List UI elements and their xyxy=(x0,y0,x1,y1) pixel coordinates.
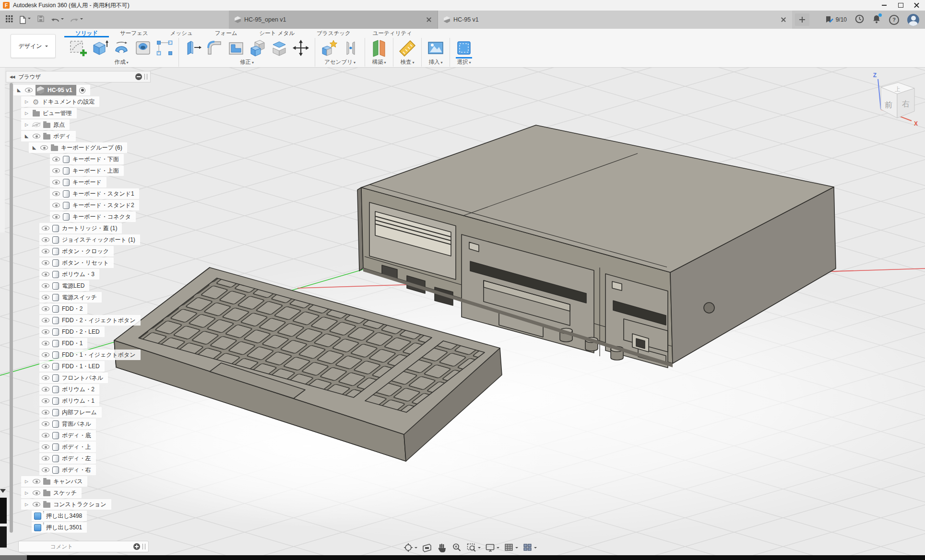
panel-drag-grip[interactable] xyxy=(144,74,147,80)
expand-arrow-icon[interactable] xyxy=(24,134,30,139)
combine-button[interactable] xyxy=(248,38,268,58)
expand-arrow-icon[interactable] xyxy=(24,122,30,127)
visibility-eye-icon[interactable] xyxy=(42,398,49,403)
ribbon-tab-mesh[interactable]: メッシュ xyxy=(159,29,204,37)
measure-button[interactable] xyxy=(397,38,417,58)
tree-row[interactable]: FDD・1 xyxy=(39,338,87,349)
notifications-bell-icon[interactable] xyxy=(872,14,881,25)
tree-row[interactable]: キャンバス xyxy=(21,476,87,487)
tree-row[interactable]: FDD・2・イジェクトボタン xyxy=(39,315,141,326)
group-label-insert[interactable]: 挿入 xyxy=(426,58,446,67)
user-avatar[interactable] xyxy=(907,14,919,26)
tree-row[interactable]: キーボード・スタンド1 xyxy=(50,188,139,199)
help-icon[interactable] xyxy=(889,15,899,25)
tree-row-root[interactable]: HC-95 v1 xyxy=(13,85,90,95)
select-button[interactable] xyxy=(454,38,474,58)
browser-header[interactable]: ブラウザ xyxy=(6,71,151,82)
tree-row[interactable]: カートリッジ・蓋 (1) xyxy=(39,223,122,233)
visibility-eye-icon[interactable] xyxy=(33,479,40,484)
tree-row[interactable]: ボディ・底 xyxy=(39,430,96,441)
ribbon-tab-form[interactable]: フォーム xyxy=(204,29,249,37)
tree-row[interactable]: 内部フレーム xyxy=(39,407,102,418)
new-document-tab-button[interactable] xyxy=(795,13,809,26)
group-label-assemble[interactable]: アセンブリ xyxy=(319,58,361,67)
visibility-eye-icon[interactable] xyxy=(40,145,48,150)
file-menu-button[interactable] xyxy=(19,16,31,24)
visibility-eye-icon[interactable] xyxy=(42,249,49,254)
construct-plane-button[interactable] xyxy=(369,38,389,58)
pattern-button[interactable] xyxy=(154,38,175,58)
minimize-button[interactable] xyxy=(876,0,892,11)
visibility-eye-icon[interactable] xyxy=(42,421,49,426)
visibility-eye-icon[interactable] xyxy=(42,306,49,311)
visibility-eye-icon[interactable] xyxy=(33,490,40,495)
tree-row[interactable]: FDD・1・イジェクトボタン xyxy=(39,350,141,360)
document-tab-hc95-open[interactable]: HC-95_open v1 xyxy=(229,11,438,29)
grid-settings-button[interactable] xyxy=(504,542,518,553)
tree-row[interactable]: 電源スイッチ xyxy=(39,292,102,303)
tree-row[interactable]: ジョイスティックポート (1) xyxy=(39,234,140,245)
visibility-eye-icon[interactable] xyxy=(33,122,40,127)
remove-panel-icon[interactable] xyxy=(135,73,142,80)
visibility-eye-icon[interactable] xyxy=(52,191,60,196)
visibility-eye-icon[interactable] xyxy=(42,226,49,231)
maximize-button[interactable] xyxy=(892,0,909,11)
expand-arrow-icon[interactable] xyxy=(16,88,22,93)
tab-close-icon[interactable] xyxy=(781,17,786,23)
visibility-eye-icon[interactable] xyxy=(42,341,49,346)
visibility-eye-icon[interactable] xyxy=(42,444,49,449)
revolve-button[interactable] xyxy=(111,38,131,58)
move-button[interactable] xyxy=(291,38,311,58)
expand-arrow-icon[interactable] xyxy=(24,479,30,484)
tree-row[interactable]: キーボード・スタンド2 xyxy=(50,200,139,210)
ribbon-tab-surface[interactable]: サーフェス xyxy=(109,29,159,37)
expand-arrow-icon[interactable] xyxy=(24,490,30,495)
tree-row[interactable]: ボリウム・3 xyxy=(39,269,99,280)
shell-button[interactable] xyxy=(226,38,246,58)
visibility-eye-icon[interactable] xyxy=(33,502,40,507)
insert-button[interactable] xyxy=(426,38,446,58)
save-button[interactable] xyxy=(37,15,45,24)
job-status-clock-icon[interactable] xyxy=(855,14,864,25)
visibility-eye-icon[interactable] xyxy=(42,456,49,461)
comments-bar[interactable]: コメント xyxy=(18,541,149,552)
ribbon-tab-sheetmetal[interactable]: シート メタル xyxy=(249,29,306,37)
tree-row[interactable]: ボディ・上 xyxy=(39,442,96,452)
zoom-window-button[interactable] xyxy=(466,542,481,553)
visibility-eye-icon[interactable] xyxy=(52,203,60,208)
look-at-button[interactable] xyxy=(422,542,432,553)
visibility-eye-icon[interactable] xyxy=(42,237,49,242)
expand-arrow-icon[interactable] xyxy=(31,145,37,150)
tree-row[interactable]: ボディ・左 xyxy=(39,453,96,464)
tree-row[interactable]: ボタン・クロック xyxy=(39,246,114,257)
tree-row[interactable]: ボディ・右 xyxy=(39,465,96,475)
document-quota-badge[interactable]: 9/10 xyxy=(825,15,847,24)
visibility-eye-icon[interactable] xyxy=(52,214,60,219)
visibility-eye-icon[interactable] xyxy=(42,467,49,472)
collapse-panel-icon[interactable] xyxy=(6,75,18,79)
close-button[interactable] xyxy=(909,0,925,11)
group-label-select[interactable]: 選択 xyxy=(454,58,474,67)
tree-row[interactable]: コンストラクション xyxy=(21,499,111,510)
tree-row[interactable]: スケッチ xyxy=(21,488,82,498)
joint-button[interactable] xyxy=(341,38,361,58)
visibility-eye-icon[interactable] xyxy=(52,180,60,185)
group-label-create[interactable]: 作成 xyxy=(68,58,175,67)
pan-button[interactable] xyxy=(437,542,447,553)
create-sketch-button[interactable] xyxy=(68,38,88,58)
display-settings-button[interactable] xyxy=(485,542,499,553)
group-label-construct[interactable]: 構築 xyxy=(369,58,389,67)
fillet-button[interactable] xyxy=(204,38,225,58)
tree-row-feature[interactable]: 押し出し3498 xyxy=(32,511,87,521)
press-pull-button[interactable] xyxy=(183,38,203,58)
redo-button[interactable] xyxy=(70,16,83,23)
tree-row[interactable]: 原点 xyxy=(21,119,70,130)
orbit-button[interactable] xyxy=(403,542,417,553)
tree-row[interactable]: キーボード・上面 xyxy=(50,165,124,176)
tree-row[interactable]: FDD・2 xyxy=(39,303,87,314)
tree-row[interactable]: ボリウム・1 xyxy=(39,396,99,406)
visibility-eye-icon[interactable] xyxy=(52,168,60,173)
visibility-eye-icon[interactable] xyxy=(42,318,49,323)
tab-close-icon[interactable] xyxy=(426,17,432,23)
tree-row[interactable]: ボリウム・2 xyxy=(39,384,99,395)
